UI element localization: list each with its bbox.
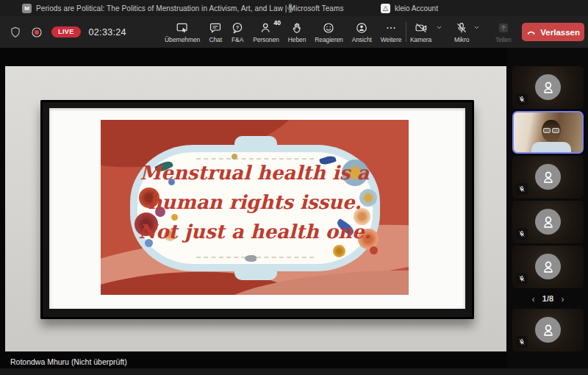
- presentation-stage: Menstrual health is a human rights issue…: [0, 48, 507, 375]
- slide-quote-line3: Not just a health one.: [101, 217, 409, 246]
- personen-button[interactable]: 40 Personen: [248, 16, 284, 48]
- mic-off-badge: [516, 336, 528, 348]
- pager-next-icon[interactable]: ›: [561, 294, 564, 304]
- mic-off-icon: [518, 338, 526, 346]
- account-label: kleio Account: [395, 4, 438, 12]
- teilen-label: Teilen: [495, 36, 512, 43]
- uebernehmen-label: Übernehmen: [165, 36, 200, 43]
- toolbar-buttons: Übernehmen Chat ?: [160, 16, 406, 48]
- participant-tile[interactable]: [512, 156, 584, 199]
- slide-picture-frame: Menstrual health is a human rights issue…: [40, 100, 474, 319]
- window-title: Periods are Political: The Politics of M…: [36, 4, 344, 12]
- person-icon: [540, 79, 556, 96]
- glasses: [543, 128, 559, 133]
- weitere-label: Weitere: [381, 36, 401, 43]
- personen-label: Personen: [253, 36, 279, 43]
- person-icon: [540, 322, 556, 338]
- camera-off-icon: [415, 21, 428, 35]
- mic-off-icon: [455, 21, 468, 35]
- slide-matte: Menstrual health is a human rights issue…: [49, 108, 465, 309]
- participant-tile[interactable]: [512, 201, 584, 243]
- verlassen-label: Verlassen: [540, 28, 580, 37]
- weitere-button[interactable]: Weitere: [376, 16, 406, 48]
- mic-group: Mikro: [453, 16, 480, 48]
- slide-quote-line2: human rights issue.: [101, 188, 409, 217]
- mic-off-badge: [516, 273, 528, 285]
- flower-decoration: [333, 245, 345, 257]
- meeting-timer: 02:33:24: [89, 27, 126, 38]
- question-bubble-icon: ?: [231, 21, 244, 35]
- ellipsis-icon: [384, 21, 398, 35]
- teilen-button: Teilen: [494, 21, 513, 43]
- mic-off-badge: [516, 183, 528, 195]
- heben-button[interactable]: Heben: [284, 16, 311, 48]
- record-icon: [30, 26, 43, 39]
- uebernehmen-button[interactable]: Übernehmen: [160, 16, 204, 48]
- mic-off-icon: [518, 275, 526, 282]
- avatar: [535, 164, 561, 190]
- share-group: Teilen: [494, 16, 513, 48]
- mikro-button[interactable]: Mikro: [453, 21, 470, 43]
- mic-off-icon: [518, 185, 526, 193]
- participant-tile[interactable]: [512, 66, 584, 109]
- mic-off-icon: [518, 230, 526, 238]
- account-cluster[interactable]: △ kleio Account: [381, 0, 438, 16]
- chat-button[interactable]: Chat: [204, 16, 226, 48]
- microphone-indicator-icon: [285, 3, 295, 13]
- chat-label: Chat: [209, 36, 222, 43]
- raise-hand-icon: [290, 21, 304, 35]
- participants-pager: ‹ 1/8 ›: [512, 291, 584, 306]
- mikro-label: Mikro: [454, 36, 469, 43]
- shirt: [531, 142, 571, 154]
- slide-image: Menstrual health is a human rights issue…: [101, 120, 409, 295]
- pager-label: 1/8: [542, 294, 553, 303]
- reagieren-button[interactable]: Reagieren: [310, 16, 347, 48]
- avatar: [535, 254, 561, 279]
- mic-off-icon: [518, 96, 526, 103]
- meeting-status-cluster: LIVE 02:33:24: [9, 16, 126, 48]
- verlassen-button[interactable]: Verlassen: [522, 23, 584, 41]
- heben-label: Heben: [288, 36, 306, 43]
- chevron-down-icon[interactable]: [473, 24, 480, 31]
- svg-text:?: ?: [236, 24, 239, 29]
- share-screen-up-icon: [497, 21, 510, 35]
- ansicht-label: Ansicht: [352, 36, 372, 43]
- shared-screen: Menstrual health is a human rights issue…: [5, 66, 506, 351]
- person-icon: [540, 169, 556, 185]
- pager-prev-icon[interactable]: ‹: [532, 294, 535, 304]
- participant-tile[interactable]: [512, 246, 584, 288]
- hangup-icon: [526, 26, 536, 38]
- view-person-icon: [355, 21, 368, 35]
- mic-off-badge: [516, 228, 528, 240]
- participant-tile-active-video[interactable]: [512, 111, 584, 154]
- qa-button[interactable]: ? F&A: [226, 16, 248, 48]
- kleio-account-icon: △: [381, 4, 390, 13]
- toolbar-divider: [406, 22, 406, 42]
- slide-quote: Menstrual health is a human rights issue…: [101, 158, 409, 246]
- chat-bubble-icon: [209, 21, 222, 35]
- participant-tile[interactable]: [512, 309, 584, 351]
- mic-off-badge: [516, 93, 528, 105]
- avatar: [535, 209, 561, 235]
- avatar: [535, 317, 561, 343]
- teams-app-icon: M: [22, 4, 32, 13]
- live-badge: LIVE: [51, 26, 81, 38]
- participants-sidebar: ‹ 1/8 ›: [507, 48, 588, 375]
- flower-decoration: [370, 246, 378, 254]
- window-bottom-edge: [0, 368, 588, 375]
- teams-meeting-window: M Periods are Political: The Politics of…: [0, 0, 588, 375]
- bird-decoration: [245, 255, 257, 262]
- smiley-icon: [322, 21, 335, 35]
- camera-group: Kamera: [409, 16, 442, 48]
- chevron-down-icon[interactable]: [436, 24, 442, 31]
- ansicht-button[interactable]: Ansicht: [348, 16, 376, 48]
- kamera-button[interactable]: Kamera: [409, 21, 433, 43]
- slide-quote-line1: Menstrual health is a: [101, 158, 409, 188]
- meeting-toolbar: LIVE 02:33:24 Übernehmen: [0, 16, 588, 48]
- avatar: [535, 74, 561, 100]
- person-icon: [540, 259, 556, 275]
- shield-icon: [9, 26, 22, 39]
- presenter-name-label: Rotondwa Mhuru (Nicht überprüft): [10, 357, 127, 366]
- participant-count-badge: 40: [273, 19, 280, 26]
- qa-label: F&A: [232, 36, 243, 43]
